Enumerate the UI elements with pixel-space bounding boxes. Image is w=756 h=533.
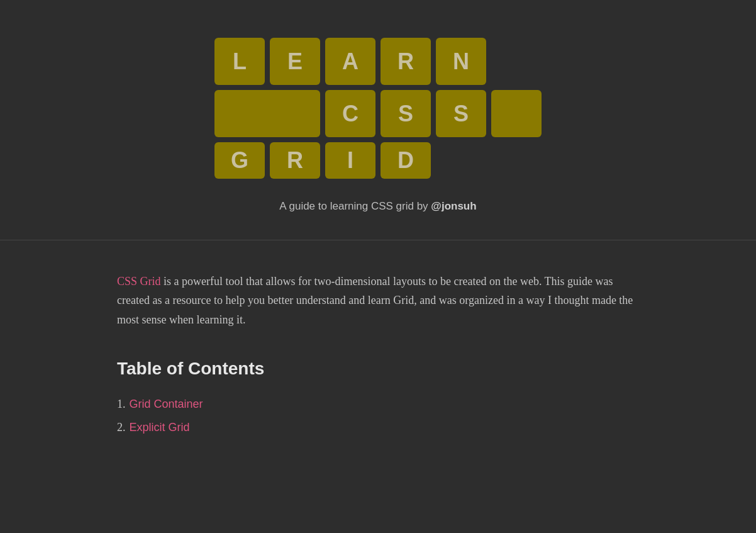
tile-S2: S (436, 90, 486, 137)
tile-E: E (270, 38, 320, 85)
tile-D: D (381, 142, 431, 179)
tile-empty (491, 90, 542, 137)
css-grid-highlight: CSS Grid (117, 275, 161, 288)
tile-G: G (214, 142, 265, 179)
intro-paragraph: CSS Grid is a powerful tool that allows … (117, 272, 639, 330)
tile-N: N (436, 38, 486, 85)
tile-L: L (214, 38, 265, 85)
subtitle-text: A guide to learning CSS grid by (279, 200, 431, 212)
toc-link-grid-container[interactable]: Grid Container (130, 395, 203, 413)
hero-section: L E A R N C S S G R I D A guide to learn… (0, 0, 756, 240)
toc-item-2: Explicit Grid (117, 418, 639, 437)
toc-item-1: Grid Container (117, 395, 639, 413)
logo-grid: L E A R N C S S G R I D (214, 38, 542, 179)
tile-A: A (325, 38, 375, 85)
author-handle: @jonsuh (431, 200, 476, 212)
intro-body: is a powerful tool that allows for two-d… (117, 275, 633, 326)
main-content: CSS Grid is a powerful tool that allows … (104, 240, 652, 467)
toc-list: Grid Container Explicit Grid (117, 395, 639, 437)
tile-R: R (381, 38, 431, 85)
tile-R2: R (270, 142, 320, 179)
tile-I: I (325, 142, 375, 179)
subtitle: A guide to learning CSS grid by @jonsuh (279, 198, 476, 215)
toc-link-explicit-grid[interactable]: Explicit Grid (130, 418, 190, 437)
tile-C: C (325, 90, 375, 137)
tile-S1: S (381, 90, 431, 137)
tile-wide-empty (214, 90, 320, 137)
toc-heading: Table of Contents (117, 355, 639, 383)
